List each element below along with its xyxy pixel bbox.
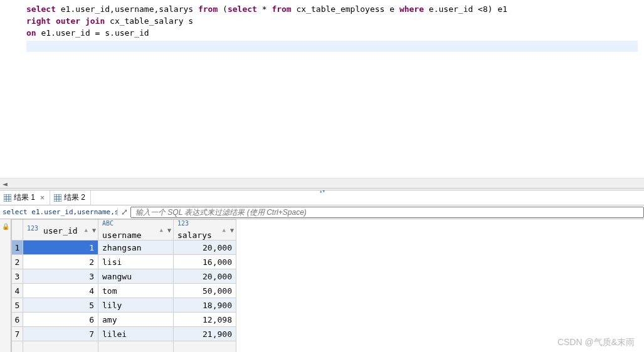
row-number[interactable]: 3	[12, 269, 23, 284]
row-number[interactable]: 5	[12, 298, 23, 313]
cell-salarys[interactable]: 16,000	[174, 255, 236, 269]
table-row[interactable]: 66amy12,098	[12, 313, 236, 327]
sql-editor[interactable]: select e1.user_id,username,salarys from …	[0, 0, 644, 178]
splitter-grip-icon: ▴▾	[319, 188, 325, 194]
sql-line-3: on e1.user_id = s.user_id	[26, 28, 638, 39]
cell-user-id[interactable]: 5	[23, 298, 98, 313]
grid-icon	[4, 194, 11, 202]
cell-user-id[interactable]: 6	[23, 313, 98, 327]
row-number[interactable]: 4	[12, 284, 23, 298]
cell-username[interactable]: zhangsan	[98, 241, 174, 255]
cell-salarys[interactable]: 50,000	[174, 284, 236, 298]
svg-rect-0	[4, 194, 11, 202]
table-row[interactable]: 44tom50,000	[12, 284, 236, 298]
cell-salarys[interactable]: 21,900	[174, 327, 236, 341]
tab-result-1[interactable]: 结果 1 ×	[0, 190, 50, 205]
pane-splitter[interactable]: ▴▾	[0, 188, 644, 190]
editor-current-line[interactable]	[26, 41, 638, 52]
lock-icon: 🔒	[2, 223, 9, 230]
table-row[interactable]: 33wangwu20,000	[12, 269, 236, 284]
grid-icon	[54, 194, 61, 202]
sort-icon[interactable]: ▲	[160, 227, 163, 233]
cell-user-id[interactable]: 7	[23, 327, 98, 341]
row-number[interactable]: 2	[12, 255, 23, 269]
editor-h-scrollbar[interactable]: ◄	[0, 178, 644, 188]
cell-user-id[interactable]: 4	[23, 284, 98, 298]
sort-icon[interactable]: ▲	[223, 227, 226, 233]
table-row[interactable]: 11zhangsan20,000	[12, 241, 236, 255]
cell-salarys[interactable]: 12,098	[174, 313, 236, 327]
cell-user-id[interactable]: 1	[23, 241, 98, 255]
cell-username[interactable]: tom	[98, 284, 174, 298]
cell-username[interactable]: lilei	[98, 327, 174, 341]
sort-icon[interactable]: ▲	[85, 227, 88, 233]
tab-result-2-label: 结果 2	[64, 192, 85, 203]
tab-result-1-label: 结果 1	[14, 192, 35, 203]
cell-salarys[interactable]: 20,000	[174, 241, 236, 255]
sql-line-1: select e1.user_id,username,salarys from …	[26, 4, 638, 16]
close-icon[interactable]: ×	[40, 194, 45, 202]
corner-cell	[12, 220, 23, 241]
query-summary: select e1.user_id,username,sala	[0, 208, 118, 216]
lock-column: 🔒	[0, 219, 11, 352]
filter-input[interactable]	[130, 207, 644, 218]
svg-rect-5	[54, 194, 61, 202]
cell-user-id[interactable]: 2	[23, 255, 98, 269]
cell-username[interactable]: amy	[98, 313, 174, 327]
filter-icon[interactable]: ▼	[92, 227, 96, 234]
col-header-username[interactable]: ABC username▲▼	[98, 220, 174, 241]
table-row[interactable]: 55lily18,900	[12, 298, 236, 313]
row-number[interactable]: 1	[12, 241, 23, 255]
table-row-empty	[12, 341, 236, 352]
scroll-left-icon[interactable]: ◄	[0, 179, 10, 189]
cell-username[interactable]: lily	[98, 298, 174, 313]
tab-result-2[interactable]: 结果 2	[50, 190, 91, 205]
cell-salarys[interactable]: 18,900	[174, 298, 236, 313]
cell-username[interactable]: wangwu	[98, 269, 174, 284]
row-number[interactable]: 7	[12, 327, 23, 341]
cell-username[interactable]: lisi	[98, 255, 174, 269]
col-header-salarys[interactable]: 123 salarys▲▼	[174, 220, 236, 241]
table-row[interactable]: 22lisi16,000	[12, 255, 236, 269]
cell-salarys[interactable]: 20,000	[174, 269, 236, 284]
table-row[interactable]: 77lilei21,900	[12, 327, 236, 341]
result-grid: 123 user_id▲▼ ABC username▲▼ 123 salarys…	[11, 219, 236, 352]
col-header-user-id[interactable]: 123 user_id▲▼	[23, 220, 98, 241]
expand-icon[interactable]: ⤢	[118, 207, 130, 217]
filter-bar: select e1.user_id,username,sala ⤢	[0, 205, 644, 219]
filter-icon[interactable]: ▼	[230, 227, 234, 234]
sql-line-2: right outer join cx_table_salary s	[26, 16, 638, 28]
row-number[interactable]: 6	[12, 313, 23, 327]
filter-icon[interactable]: ▼	[167, 227, 171, 234]
cell-user-id[interactable]: 3	[23, 269, 98, 284]
